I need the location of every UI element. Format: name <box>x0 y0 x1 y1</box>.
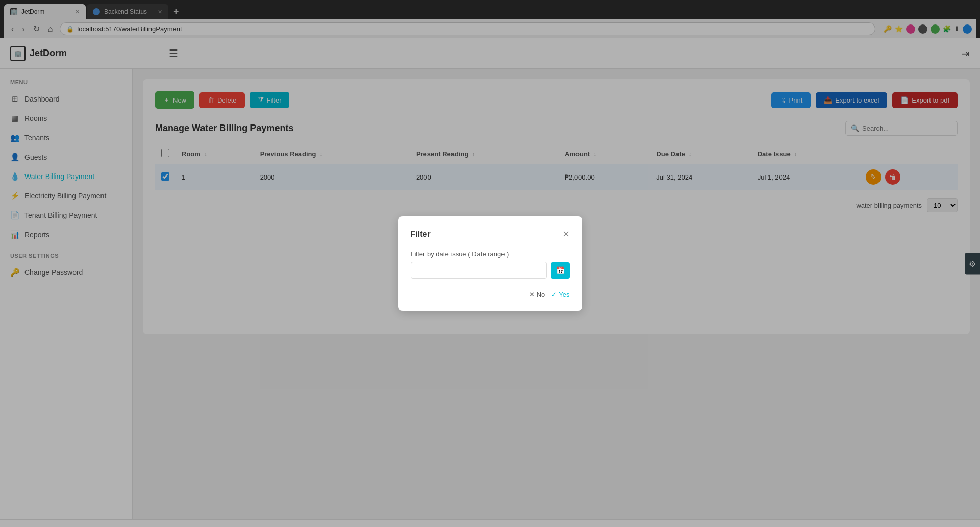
filter-modal: Filter ✕ Filter by date issue ( Date ran… <box>398 216 582 311</box>
no-icon: ✕ <box>529 291 535 298</box>
modal-overlay: Filter ✕ Filter by date issue ( Date ran… <box>0 0 980 527</box>
yes-label: Yes <box>559 291 569 298</box>
modal-no-button[interactable]: ✕ No <box>529 291 545 298</box>
modal-filter-label: Filter by date issue ( Date range ) <box>411 250 570 258</box>
yes-icon: ✓ <box>551 291 557 298</box>
modal-close-button[interactable]: ✕ <box>562 229 570 240</box>
modal-footer: ✕ No ✓ Yes <box>411 291 570 298</box>
no-label: No <box>537 291 545 298</box>
modal-title: Filter <box>411 230 431 239</box>
date-input-row: 📅 <box>411 262 570 279</box>
modal-header: Filter ✕ <box>411 229 570 240</box>
date-picker-button[interactable]: 📅 <box>551 262 570 279</box>
modal-yes-button[interactable]: ✓ Yes <box>551 291 569 298</box>
date-range-input[interactable] <box>411 262 547 279</box>
